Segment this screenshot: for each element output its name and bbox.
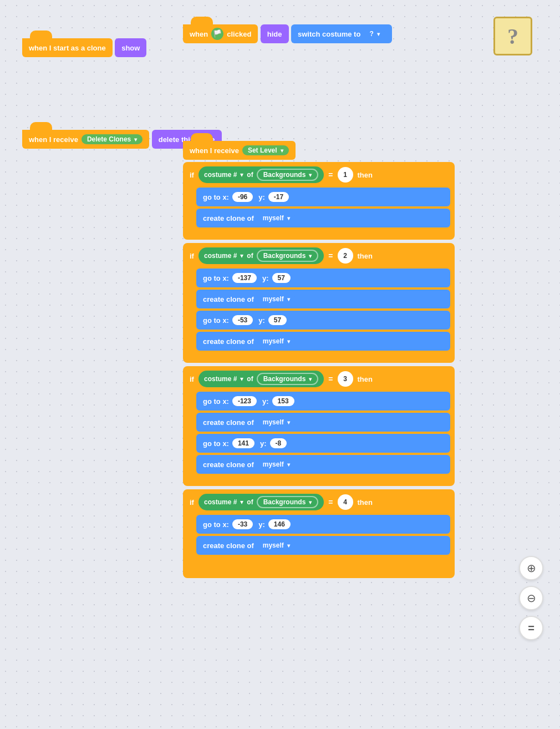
when-start-clone-block[interactable]: when I start as a clone — [22, 38, 113, 57]
y-val-2a[interactable]: 57 — [272, 273, 291, 283]
costume-sensor-4[interactable]: costume # ▾ of Backgrounds ▾ — [198, 494, 324, 510]
if-block-2: if costume # ▾ of Backgrounds ▾ = 2 then — [183, 243, 455, 363]
costume-sensor-2[interactable]: costume # ▾ of Backgrounds ▾ — [198, 247, 324, 264]
costume-sensor-3[interactable]: costume # ▾ of Backgrounds ▾ — [198, 371, 324, 387]
when-start-clone-label: when I start as a clone — [29, 44, 106, 52]
create-clone-2a[interactable]: create clone of myself ▾ — [196, 290, 450, 308]
if-row-2: if costume # ▾ of Backgrounds ▾ = 2 then — [183, 243, 455, 269]
question-icon[interactable]: ? — [493, 17, 532, 55]
if-label-4: if — [190, 498, 194, 507]
x-val-2b[interactable]: -53 — [232, 315, 253, 325]
goto-2b[interactable]: go to x: -53 y: 57 — [196, 311, 450, 330]
set-level-stack: when I receive Set Level ▾ if costume # … — [183, 133, 455, 578]
goto-2a[interactable]: go to x: -137 y: 57 — [196, 269, 450, 287]
goto-3b[interactable]: go to x: 141 y: -8 — [196, 434, 450, 453]
create-clone-3b[interactable]: create clone of myself ▾ — [196, 455, 450, 474]
if-row-3: if costume # ▾ of Backgrounds ▾ = 3 then — [183, 366, 455, 392]
y-val-2b[interactable]: 57 — [268, 315, 287, 325]
myself-label-1: myself — [263, 214, 284, 222]
set-level-dropdown[interactable]: ▾ — [281, 148, 283, 154]
goto-4[interactable]: go to x: -33 y: 146 — [196, 515, 450, 534]
costume-dropdown[interactable]: ▾ — [377, 31, 380, 37]
backgrounds-label-2: Backgrounds — [263, 252, 306, 260]
x-val-2a[interactable]: -137 — [232, 273, 257, 283]
backgrounds-1[interactable]: Backgrounds ▾ — [257, 169, 319, 181]
zoom-fit-button[interactable]: = — [519, 616, 543, 640]
backgrounds-label-1: Backgrounds — [263, 171, 306, 179]
costume-val-pill[interactable]: ? ▾ — [364, 29, 385, 39]
if-indent-4: go to x: -33 y: 146 create clone of myse… — [196, 515, 450, 557]
flag-clicked-block[interactable]: when 🏳️ clicked — [183, 24, 258, 43]
zoom-out-button[interactable]: ⊖ — [519, 586, 543, 610]
show-label: show — [121, 44, 140, 52]
if-indent-2: go to x: -137 y: 57 create clone of myse… — [196, 269, 450, 353]
y-label-2b: y: — [258, 316, 265, 325]
myself-label-2a: myself — [263, 295, 284, 303]
create-clone-3a[interactable]: create clone of myself ▾ — [196, 413, 450, 432]
when-receive-set-level-label: when I receive — [190, 146, 239, 155]
if-label-1: if — [190, 171, 194, 179]
receive-dropdown-arrow[interactable]: ▾ — [134, 136, 137, 143]
receive-event-label: Delete Clones — [87, 135, 131, 143]
if-label-2: if — [190, 252, 194, 260]
hide-label: hide — [267, 30, 282, 38]
zoom-out-icon: ⊖ — [527, 591, 536, 605]
goto-3a[interactable]: go to x: -123 y: 153 — [196, 392, 450, 411]
zoom-fit-icon: = — [528, 622, 534, 635]
y-label-2a: y: — [262, 274, 269, 282]
hide-block[interactable]: hide — [261, 24, 289, 43]
flag-clicked-stack: when 🏳️ clicked hide switch costume to ?… — [183, 17, 392, 44]
create-clone-label-2a: create clone of — [203, 295, 254, 303]
costume-hash-2: costume # — [204, 252, 237, 260]
num-pill-1[interactable]: 1 — [338, 167, 353, 183]
backgrounds-4[interactable]: Backgrounds ▾ — [257, 496, 319, 508]
myself-pill-2a[interactable]: myself ▾ — [257, 294, 296, 304]
switch-costume-label: switch costume to — [298, 30, 360, 38]
num-pill-4[interactable]: 4 — [338, 494, 353, 510]
receive-event-pill[interactable]: Delete Clones ▾ — [82, 134, 142, 144]
switch-costume-block[interactable]: switch costume to ? ▾ — [291, 24, 392, 43]
when-receive-block[interactable]: when I receive Delete Clones ▾ — [22, 130, 149, 149]
y-label-1: y: — [258, 193, 265, 201]
create-clone-2b[interactable]: create clone of myself ▾ — [196, 332, 450, 351]
create-clone-label-2b: create clone of — [203, 337, 254, 346]
x-val-1[interactable]: -96 — [232, 192, 253, 202]
zoom-in-button[interactable]: ⊕ — [519, 556, 543, 580]
if-indent-3: go to x: -123 y: 153 create clone of mys… — [196, 392, 450, 476]
num-val-2: 2 — [343, 252, 347, 260]
green-flag-icon: 🏳️ — [211, 28, 223, 40]
if-indent-1: go to x: -96 y: -17 create clone of myse… — [196, 188, 450, 230]
eq-2: = — [328, 251, 333, 260]
if-row-1: if costume # ▾ of Backgrounds ▾ = 1 then — [183, 162, 455, 188]
then-label-1: then — [358, 171, 373, 179]
goto-label-1: go to x: — [203, 193, 229, 201]
goto-1[interactable]: go to x: -96 y: -17 — [196, 188, 450, 206]
of-label-1: of — [247, 171, 253, 179]
zoom-controls: ⊕ ⊖ = — [519, 556, 543, 640]
show-block[interactable]: show — [115, 38, 146, 57]
create-clone-1[interactable]: create clone of myself ▾ — [196, 209, 450, 227]
costume-val: ? — [369, 30, 373, 38]
when-label: when — [190, 30, 208, 38]
costume-sensor-1[interactable]: costume # ▾ of Backgrounds ▾ — [198, 166, 324, 183]
create-clone-4[interactable]: create clone of myself ▾ — [196, 536, 450, 555]
if-block-3: if costume # ▾ of Backgrounds ▾ = 3 then — [183, 366, 455, 486]
set-level-pill[interactable]: Set Level ▾ — [242, 145, 289, 155]
dropdown-arr-1[interactable]: ▾ — [240, 171, 243, 179]
myself-label-2b: myself — [263, 337, 284, 345]
if-block-1: if costume # ▾ of Backgrounds ▾ = 1 then — [183, 162, 455, 240]
y-val-1[interactable]: -17 — [268, 192, 289, 202]
set-level-label: Set Level — [248, 146, 277, 154]
myself-pill-2b[interactable]: myself ▾ — [257, 336, 296, 346]
num-pill-3[interactable]: 3 — [338, 371, 353, 387]
myself-pill-1[interactable]: myself ▾ — [257, 213, 296, 223]
backgrounds-3[interactable]: Backgrounds ▾ — [257, 373, 319, 385]
backgrounds-2[interactable]: Backgrounds ▾ — [257, 250, 319, 262]
num-pill-2[interactable]: 2 — [338, 248, 353, 264]
create-clone-label-1: create clone of — [203, 214, 254, 222]
if-block-4: if costume # ▾ of Backgrounds ▾ = 4 then — [183, 489, 455, 578]
then-label-2: then — [358, 252, 373, 260]
when-receive-set-level[interactable]: when I receive Set Level ▾ — [183, 141, 296, 160]
costume-hash-1: costume # — [204, 171, 237, 179]
num-val-1: 1 — [343, 171, 347, 179]
